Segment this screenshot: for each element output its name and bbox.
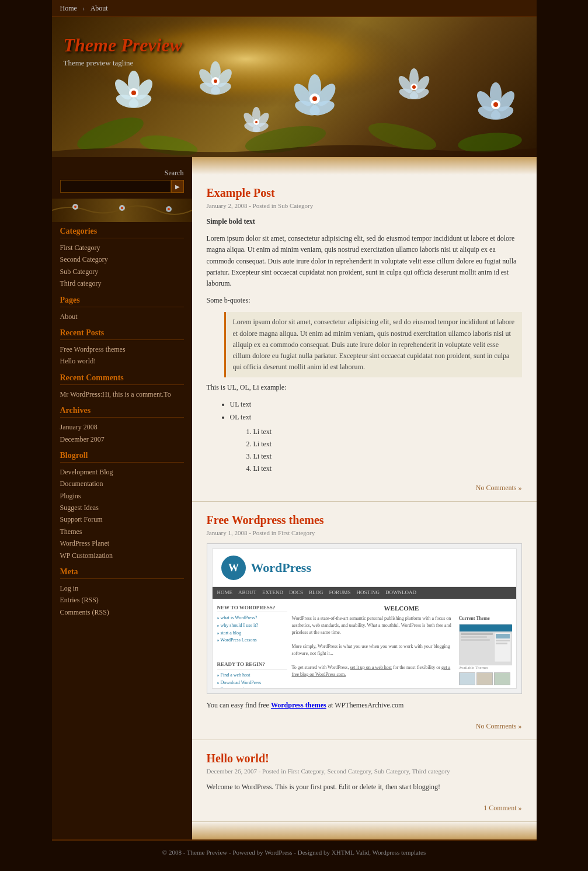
list-item: Support Forum bbox=[60, 513, 184, 525]
blogroll-link-8[interactable]: WP Customization bbox=[60, 550, 184, 561]
content-wrapper: Search ▶ bbox=[52, 157, 537, 839]
post-bold-text: Simple bold text bbox=[207, 217, 255, 225]
post-meta-hello: December 26, 2007 - Posted in First Cate… bbox=[207, 768, 522, 775]
meta-login[interactable]: Log in bbox=[60, 582, 184, 594]
category-link-3[interactable]: Sub Category bbox=[60, 266, 184, 277]
wp-link-6: » Download WordPress bbox=[217, 679, 287, 687]
wp-nav-bar: HOME ABOUT EXTEND DOCS BLOG FORUMS HOSTI… bbox=[213, 587, 516, 599]
recent-comments-list: Mr WordPress:Hi, this is a comment.To bbox=[60, 388, 184, 400]
wp-theme-thumbs-row bbox=[459, 672, 512, 685]
wp-sidebar-title: NEW TO WORDPRESS? bbox=[217, 603, 287, 612]
post-footer-hello: 1 Comment » bbox=[207, 799, 522, 813]
list-item: About bbox=[60, 311, 184, 322]
post-title-link-example[interactable]: Example Post bbox=[207, 186, 275, 199]
svg-point-33 bbox=[412, 85, 416, 89]
blogroll-link-themes[interactable]: Themes bbox=[60, 526, 184, 537]
svg-rect-65 bbox=[496, 643, 507, 644]
post-comments-link-example[interactable]: No Comments » bbox=[476, 484, 522, 492]
nav-about[interactable]: About bbox=[91, 4, 108, 12]
site-tagline: Theme preview tagline bbox=[64, 58, 182, 68]
recent-post-link-2[interactable]: Hello world! bbox=[60, 355, 184, 367]
svg-point-3 bbox=[243, 121, 328, 157]
post-blockquote: Lorem ipsum dolor sit amet, consectetur … bbox=[224, 312, 522, 377]
header-text: Theme Preview Theme preview tagline bbox=[64, 34, 182, 68]
svg-point-5 bbox=[457, 130, 522, 154]
main-bottom-decoration bbox=[192, 822, 537, 839]
blogroll-link-4[interactable]: Suggest Ideas bbox=[60, 502, 184, 513]
meta-entries-rss[interactable]: Entries (RSS) bbox=[60, 594, 184, 606]
wordpress-screenshot: W WordPress HOME ABOUT EXTEND DOCS BLOG bbox=[207, 543, 522, 694]
wp-nav-about: ABOUT bbox=[238, 588, 256, 596]
svg-point-17 bbox=[198, 81, 221, 97]
wp-nav-hosting: HOSTING bbox=[357, 588, 380, 596]
archive-link-dec[interactable]: December 2007 bbox=[60, 433, 184, 445]
category-link-1[interactable]: First Category bbox=[60, 242, 184, 254]
blogroll-link-7[interactable]: WordPress Planet bbox=[60, 537, 184, 549]
svg-point-6 bbox=[128, 71, 140, 94]
post-list-label: This is UL, OL, Li example: bbox=[207, 382, 522, 393]
svg-point-24 bbox=[293, 98, 322, 119]
search-button[interactable]: ▶ bbox=[171, 180, 184, 193]
post-hello-world: Hello world! December 26, 2007 - Posted … bbox=[192, 740, 537, 822]
search-input[interactable] bbox=[60, 180, 171, 193]
recent-comment-link-1[interactable]: Mr WordPress:Hi, this is a comment.To bbox=[60, 388, 184, 400]
svg-point-7 bbox=[127, 92, 152, 110]
svg-point-29 bbox=[396, 74, 415, 95]
post-title-example: Example Post bbox=[207, 186, 522, 200]
recent-post-link-1[interactable]: Free Wordpress themes bbox=[60, 343, 184, 355]
sidebar-recent-posts: Recent Posts Free Wordpress themes Hello… bbox=[52, 328, 192, 367]
wp-theme-thumbnail bbox=[459, 624, 512, 665]
svg-point-39 bbox=[491, 100, 500, 109]
blogroll-link-3[interactable]: Plugins bbox=[60, 490, 184, 502]
categories-list: First Category Second Category Sub Categ… bbox=[60, 242, 184, 290]
wp-description: WordPress is a state-of-the-art semantic… bbox=[292, 615, 455, 685]
svg-rect-58 bbox=[460, 624, 512, 631]
svg-point-16 bbox=[214, 67, 235, 90]
meta-list: Log in Entries (RSS) Comments (RSS) bbox=[60, 582, 184, 618]
wp-themes-column: Current Theme bbox=[459, 615, 512, 685]
svg-point-9 bbox=[132, 77, 155, 102]
svg-point-15 bbox=[196, 67, 217, 90]
blogroll-link-1[interactable]: Development Blog bbox=[60, 466, 184, 478]
category-link-2[interactable]: Second Category bbox=[60, 254, 184, 265]
list-item: Development Blog bbox=[60, 466, 184, 478]
svg-point-2 bbox=[138, 132, 199, 157]
nav-home[interactable]: Home bbox=[60, 4, 77, 12]
archive-link-jan[interactable]: January 2008 bbox=[60, 421, 184, 433]
wp-themes-link[interactable]: Wordpress themes bbox=[271, 701, 326, 709]
svg-point-36 bbox=[474, 88, 497, 114]
categories-heading: Categories bbox=[60, 227, 184, 238]
wp-link-5: » Find a web host bbox=[217, 672, 287, 679]
search-box: Search ▶ bbox=[52, 163, 192, 196]
wp-link-7: » Documentation bbox=[217, 686, 287, 688]
page-link-about[interactable]: About bbox=[60, 311, 184, 322]
list-item: Suggest Ideas bbox=[60, 502, 184, 513]
blogroll-link-2[interactable]: Documentation bbox=[60, 478, 184, 490]
svg-point-46 bbox=[253, 119, 259, 125]
list-item: December 2007 bbox=[60, 433, 184, 445]
blogroll-link-5[interactable]: Support Forum bbox=[60, 513, 184, 525]
post-title-link-wp[interactable]: Free Wordpress themes bbox=[207, 513, 324, 526]
meta-comments-rss[interactable]: Comments (RSS) bbox=[60, 606, 184, 618]
pages-heading: Pages bbox=[60, 296, 184, 307]
svg-point-8 bbox=[112, 77, 135, 102]
wp-nav-extend: EXTEND bbox=[262, 588, 283, 596]
wp-main-content: WELCOME WordPress is a state-of-the-art … bbox=[292, 603, 512, 689]
svg-point-41 bbox=[252, 107, 260, 123]
sidebar-categories: Categories First Category Second Categor… bbox=[52, 227, 192, 290]
svg-point-43 bbox=[241, 111, 258, 129]
post-title-link-hello[interactable]: Hello world! bbox=[207, 752, 269, 765]
svg-rect-63 bbox=[496, 634, 510, 638]
list-item: Documentation bbox=[60, 478, 184, 490]
svg-point-45 bbox=[243, 121, 261, 134]
post-comments-link-hello[interactable]: 1 Comment » bbox=[483, 804, 521, 812]
wp-post-text: You can easy find free Wordpress themes … bbox=[207, 700, 522, 711]
post-comments-link-wp[interactable]: No Comments » bbox=[476, 722, 522, 730]
svg-rect-61 bbox=[461, 639, 490, 641]
category-link-4[interactable]: Third category bbox=[60, 277, 184, 289]
list-item: Li text bbox=[253, 439, 522, 450]
footer-text: © 2008 - Theme Preview - Powered by Word… bbox=[162, 849, 426, 856]
recent-comments-heading: Recent Comments bbox=[60, 373, 184, 385]
nav-separator: › bbox=[82, 4, 85, 12]
svg-point-20 bbox=[308, 74, 321, 100]
